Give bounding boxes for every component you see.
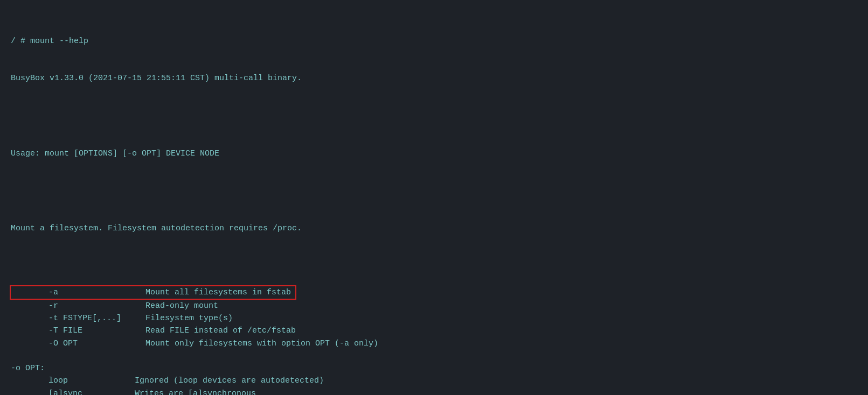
option-flag-1: -r (11, 300, 145, 312)
option-flag-4: -O OPT (11, 337, 145, 350)
option-row-2: -t FSTYPE[,...]Filesystem type(s) (11, 312, 857, 325)
o-option-row-1: [a]syncWrites are [a]synchronous (11, 387, 857, 396)
option-desc-4: Mount only filesystems with option OPT (… (145, 337, 378, 350)
busybox-line: BusyBox v1.33.0 (2021-07-15 21:55:11 CST… (11, 72, 857, 84)
terminal-window: / # mount --help BusyBox v1.33.0 (2021-0… (11, 10, 857, 285)
option-row-1: -rRead-only mount (11, 300, 857, 312)
option-row-3: -T FILERead FILE instead of /etc/fstab (11, 325, 857, 337)
description-line: Mount a filesystem. Filesystem autodetec… (11, 222, 857, 235)
option-flag-0: -a (11, 286, 145, 299)
o-flag-0: loop (11, 375, 135, 387)
option-desc-2: Filesystem type(s) (145, 312, 233, 325)
o-desc-0: Ignored (loop devices are autodetected) (135, 375, 324, 387)
option-desc-1: Read-only mount (145, 300, 218, 312)
blank-line-2 (11, 185, 857, 198)
option-desc-0: Mount all filesystems in fstab (145, 288, 291, 297)
option-flag-2: -t FSTYPE[,...] (11, 312, 145, 325)
usage-line: Usage: mount [OPTIONS] [-o OPT] DEVICE N… (11, 147, 857, 160)
options-list: -aMount all filesystems in fstab-rRead-o… (11, 285, 857, 350)
o-opt-label: -o OPT: (11, 362, 857, 375)
blank-line-4 (11, 350, 857, 362)
option-flag-3: -T FILE (11, 325, 145, 337)
option-row-0: -aMount all filesystems in fstab (11, 285, 857, 300)
o-flag-1: [a]sync (11, 387, 135, 396)
blank-line-1 (11, 110, 857, 122)
option-desc-3: Read FILE instead of /etc/fstab (145, 325, 296, 337)
highlighted-option: -aMount all filesystems in fstab (10, 285, 296, 300)
option-row-4: -O OPTMount only filesystems with option… (11, 337, 857, 350)
o-desc-1: Writes are [a]synchronous (135, 387, 256, 396)
blank-line-3 (11, 260, 857, 272)
prompt-line: / # mount --help (11, 35, 857, 47)
o-option-row-0: loopIgnored (loop devices are autodetect… (11, 375, 857, 387)
o-opt-section: -o OPT:loopIgnored (loop devices are aut… (11, 362, 857, 395)
